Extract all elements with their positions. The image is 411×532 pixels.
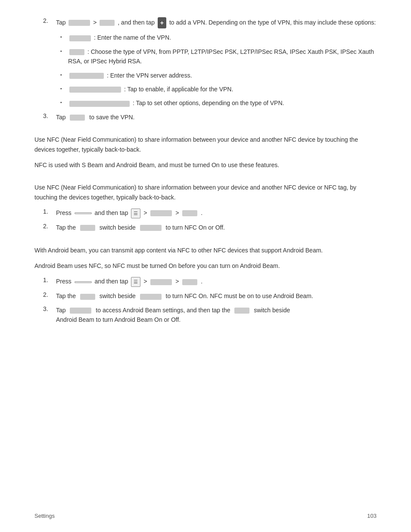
ab-toggle-placeholder <box>80 294 95 300</box>
plus-button-icon: + <box>158 17 166 28</box>
nfc-steps-section: Use NFC (Near Field Communication) to sh… <box>34 183 377 232</box>
step2-arrow: > <box>93 19 97 26</box>
page: 2. Tap > , and then tap + to add a VPN. … <box>0 0 411 532</box>
ab-step2-switch: switch beside <box>100 292 136 299</box>
more-placeholder <box>100 20 115 26</box>
nfc-steps-intro: Use NFC (Near Field Communication) to sh… <box>34 183 377 202</box>
nfc-intro-para2: NFC is used with S Beam and Android Beam… <box>34 160 377 170</box>
save-placeholder <box>70 115 85 121</box>
nfc-toggle-placeholder <box>80 225 95 231</box>
step3-save-label: to save the VPN. <box>89 114 134 121</box>
footer-left: Settings <box>34 513 55 519</box>
android-beam-intro1: With Android beam, you can transmit app … <box>34 246 377 255</box>
step2-end: to add a VPN. Depending on the type of V… <box>169 19 376 26</box>
ab-step3-middle: to access Android Beam settings, and the… <box>96 307 230 314</box>
ab-step3-tap: Tap <box>56 307 66 314</box>
nfc-step2-tap: Tap the <box>56 224 76 231</box>
nfc-settings-placeholder <box>150 210 172 216</box>
nfc-step2-switch: switch beside <box>100 224 136 231</box>
vpn-step-2: 2. Tap > , and then tap + to add a VPN. … <box>34 17 377 28</box>
vpn-step-3: 3. Tap to save the VPN. <box>34 112 377 122</box>
ppp-encryption-placeholder <box>69 87 121 93</box>
ab-step-3: 3. Tap to access Android Beam settings, … <box>34 305 377 325</box>
nfc-intro-section: Use NFC (Near Field Communication) to sh… <box>34 135 377 170</box>
nfc-step1-press: Press <box>56 209 72 216</box>
vpn-name-placeholder <box>69 35 91 41</box>
ab-step-2: 2. Tap the switch beside to turn NFC On.… <box>34 291 377 301</box>
nfc-step-2: 2. Tap the switch beside to turn NFC On … <box>34 223 377 232</box>
footer-right: 103 <box>367 513 377 519</box>
step2-then: , and then tap <box>118 19 155 26</box>
home-button-icon-2 <box>75 281 92 283</box>
ab-nfc-label-placeholder <box>140 294 162 300</box>
nfc-step-1: 1. Press and then tap ☰ > > . <box>34 208 377 218</box>
step3-tap: Tap <box>56 114 66 121</box>
android-beam-intro2: Android Beam uses NFC, so NFC must be tu… <box>34 261 377 271</box>
ab-step2-tap: Tap the <box>56 292 76 299</box>
nfc-intro-para1: Use NFC (Near Field Communication) to sh… <box>34 135 377 154</box>
ab-more-placeholder <box>182 279 197 285</box>
bullet-vpn-name: ▪ : Enter the name of the VPN. <box>60 33 377 42</box>
page-footer: Settings 103 <box>34 513 377 519</box>
ab-step3-suffix: Android Beam to turn Android Beam On or … <box>56 316 181 323</box>
home-button-icon <box>75 212 92 214</box>
step2-tap-label: Tap <box>56 19 66 26</box>
bullet-ppp-encrypt: ▪ : Tap to enable, if applicable for the… <box>60 84 377 94</box>
ab-androidbeam-tap-placeholder <box>70 308 91 314</box>
nfc-step1-then: and then tap <box>95 209 128 216</box>
ab-step-1: 1. Press and then tap ☰ > > . <box>34 277 377 287</box>
ab-beam-toggle-placeholder <box>234 308 249 314</box>
ab-step2-suffix: to turn NFC On. NFC must be on to use An… <box>166 292 313 299</box>
menu-icon-2: ☰ <box>131 277 140 287</box>
bullet-vpn-type: ▪ : Choose the type of VPN, from PPTP, L… <box>60 47 377 66</box>
ab-step3-switch: switch beside <box>254 307 290 314</box>
settings-placeholder <box>68 20 90 26</box>
menu-icon: ☰ <box>131 208 140 219</box>
bullet-advanced-options: ▪ : Tap to set other options, depending … <box>60 98 377 108</box>
ab-step1-press: Press <box>56 278 72 285</box>
bullet-server-address: ▪ : Enter the VPN server address. <box>60 71 377 80</box>
nfc-more-placeholder <box>182 210 197 216</box>
vpn-type-placeholder <box>69 49 84 55</box>
ab-settings-placeholder <box>150 279 172 285</box>
nfc-label-placeholder <box>140 225 162 231</box>
server-address-placeholder <box>69 73 104 79</box>
android-beam-section: With Android beam, you can transmit app … <box>34 246 377 325</box>
nfc-step2-suffix: to turn NFC On or Off. <box>166 224 225 231</box>
ab-step1-then: and then tap <box>95 278 128 285</box>
vpn-section: 2. Tap > , and then tap + to add a VPN. … <box>34 17 377 122</box>
advanced-options-placeholder <box>69 101 130 107</box>
